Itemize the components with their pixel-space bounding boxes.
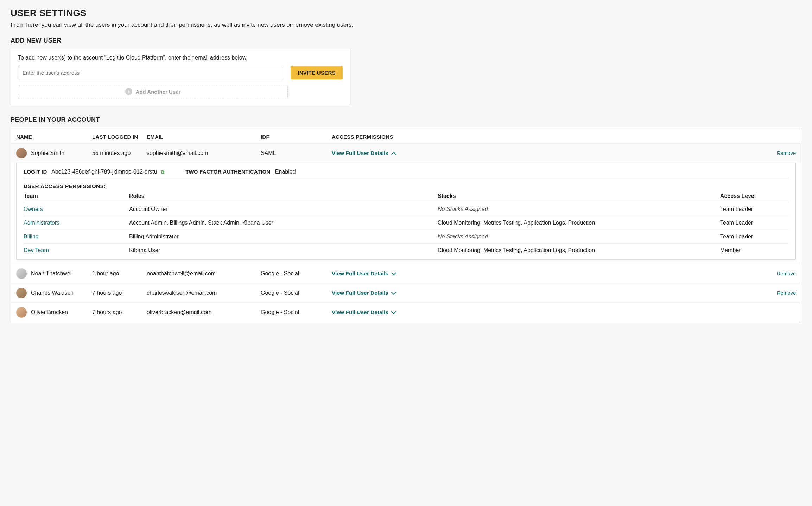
col-idp: IDP xyxy=(261,134,332,140)
view-full-details-label: View Full User Details xyxy=(332,150,388,156)
add-user-instruction: To add new user(s) to the account “Logit… xyxy=(18,55,343,61)
roles-cell: Billing Administrator xyxy=(129,230,438,244)
team-link[interactable]: Billing xyxy=(24,233,39,239)
chevron-down-icon xyxy=(391,309,396,314)
add-another-user-button[interactable]: + Add Another User xyxy=(18,85,288,98)
access-level-cell: Team Leader xyxy=(720,202,788,216)
roles-cell: Kibana User xyxy=(129,244,438,260)
user-row: Charles Waldsen 7 hours ago charleswalds… xyxy=(11,283,801,302)
view-full-details-label: View Full User Details xyxy=(332,270,388,277)
page-title: USER SETTINGS xyxy=(11,8,801,19)
user-idp: Google - Social xyxy=(261,290,332,296)
team-link[interactable]: Administrators xyxy=(24,220,59,226)
user-row: Sophie Smith 55 minutes ago sophiesmith@… xyxy=(11,143,801,163)
add-another-label: Add Another User xyxy=(136,89,181,95)
two-fa-value: Enabled xyxy=(275,169,296,175)
user-last-logged: 7 hours ago xyxy=(92,309,147,316)
user-idp: Google - Social xyxy=(261,309,332,316)
permissions-row: BillingBilling AdministratorNo Stacks As… xyxy=(24,230,788,244)
logit-id-label: LOGIT ID xyxy=(24,169,47,175)
avatar xyxy=(16,268,27,279)
add-user-panel: To add new user(s) to the account “Logit… xyxy=(11,48,350,105)
permissions-row: AdministratorsAccount Admin, Billings Ad… xyxy=(24,216,788,230)
col-access: ACCESS PERMISSIONS xyxy=(332,134,754,140)
stacks-cell: Cloud Monitoring, Metrics Testing, Appli… xyxy=(438,244,720,260)
stacks-cell: Cloud Monitoring, Metrics Testing, Appli… xyxy=(438,216,720,230)
stacks-cell: No Stacks Assigned xyxy=(438,230,720,244)
perm-col-roles: Roles xyxy=(129,193,438,202)
chevron-down-icon xyxy=(391,270,396,275)
user-last-logged: 7 hours ago xyxy=(92,290,147,296)
user-last-logged: 1 hour ago xyxy=(92,270,147,277)
user-details-panel: LOGIT ID Abc123-456def-ghi-789-jklmnop-0… xyxy=(16,163,796,260)
perm-col-level: Access Level xyxy=(720,193,788,202)
col-name: NAME xyxy=(16,134,92,140)
team-link[interactable]: Dev Team xyxy=(24,247,49,253)
view-full-details-label: View Full User Details xyxy=(332,309,388,316)
user-name: Charles Waldsen xyxy=(31,290,74,296)
copy-icon[interactable]: ⧉ xyxy=(161,169,164,175)
view-full-details-link[interactable]: View Full User Details xyxy=(332,309,754,316)
view-full-details-link[interactable]: View Full User Details xyxy=(332,290,754,296)
page-description: From here, you can view all the users in… xyxy=(11,21,801,29)
avatar xyxy=(16,148,27,158)
remove-user-link[interactable]: Remove xyxy=(754,150,796,156)
access-level-cell: Member xyxy=(720,244,788,260)
invite-users-button[interactable]: INVITE USERS xyxy=(291,66,343,79)
roles-cell: Account Owner xyxy=(129,202,438,216)
people-panel: NAME LAST LOGGED IN EMAIL IDP ACCESS PER… xyxy=(11,127,801,322)
perm-col-stacks: Stacks xyxy=(438,193,720,202)
view-full-details-link[interactable]: View Full User Details xyxy=(332,150,754,156)
user-name: Oliver Bracken xyxy=(31,309,68,316)
access-level-cell: Team Leader xyxy=(720,216,788,230)
remove-user-link[interactable]: Remove xyxy=(754,290,796,296)
stacks-cell: No Stacks Assigned xyxy=(438,202,720,216)
remove-user-link[interactable]: Remove xyxy=(754,271,796,276)
roles-cell: Account Admin, Billings Admin, Stack Adm… xyxy=(129,216,438,230)
user-idp: Google - Social xyxy=(261,270,332,277)
user-name: Noah Thatchwell xyxy=(31,270,73,277)
view-full-details-link[interactable]: View Full User Details xyxy=(332,270,754,277)
user-email: sophiesmith@email.com xyxy=(147,150,261,156)
user-access-permissions-title: USER ACCESS PERMISSIONS: xyxy=(24,183,788,189)
user-last-logged: 55 minutes ago xyxy=(92,150,147,156)
avatar xyxy=(16,307,27,318)
user-idp: SAML xyxy=(261,150,332,156)
user-email: oliverbracken@email.com xyxy=(147,309,261,316)
user-email: noahthatchwell@email.com xyxy=(147,270,261,277)
add-user-section-title: ADD NEW USER xyxy=(11,37,801,44)
email-input[interactable] xyxy=(18,66,284,79)
chevron-down-icon xyxy=(391,290,396,295)
col-last-logged: LAST LOGGED IN xyxy=(92,134,147,140)
plus-icon: + xyxy=(125,88,132,95)
two-fa-label: TWO FACTOR AUTHENTICATION xyxy=(185,169,270,175)
user-name: Sophie Smith xyxy=(31,150,64,156)
user-email: charleswaldsen@email.com xyxy=(147,290,261,296)
chevron-up-icon xyxy=(391,152,396,157)
logit-id-value: Abc123-456def-ghi-789-jklmnop-012-qrstu xyxy=(51,169,157,175)
permissions-row: Dev TeamKibana UserCloud Monitoring, Met… xyxy=(24,244,788,260)
user-row: Noah Thatchwell 1 hour ago noahthatchwel… xyxy=(11,264,801,283)
perm-col-team: Team xyxy=(24,193,129,202)
permissions-table: Team Roles Stacks Access Level OwnersAcc… xyxy=(24,193,788,259)
user-row: Oliver Bracken 7 hours ago oliverbracken… xyxy=(11,302,801,322)
access-level-cell: Team Leader xyxy=(720,230,788,244)
avatar xyxy=(16,288,27,298)
view-full-details-label: View Full User Details xyxy=(332,290,388,296)
people-section-title: PEOPLE IN YOUR ACCOUNT xyxy=(11,116,801,124)
permissions-row: OwnersAccount OwnerNo Stacks AssignedTea… xyxy=(24,202,788,216)
team-link[interactable]: Owners xyxy=(24,206,43,212)
col-email: EMAIL xyxy=(147,134,261,140)
